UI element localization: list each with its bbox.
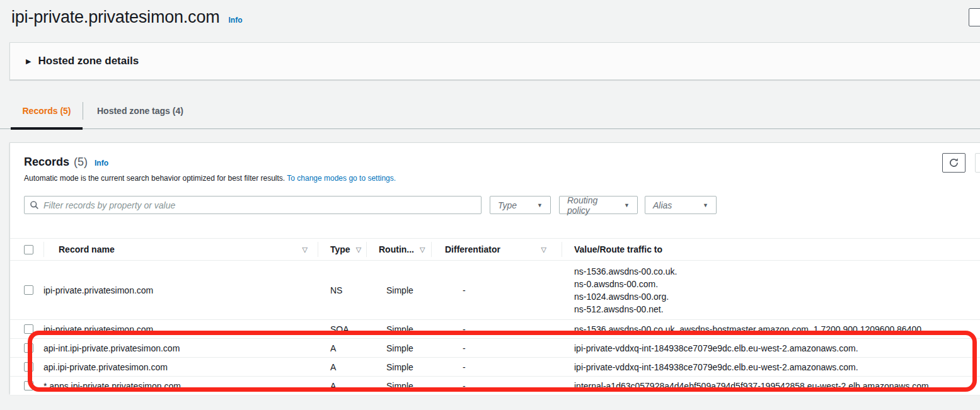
record-type-cell: A xyxy=(318,343,366,353)
filter-records-input[interactable] xyxy=(43,200,476,210)
record-routing-cell: Simple xyxy=(366,285,431,295)
record-differentiator-cell: - xyxy=(431,324,562,334)
filter-search-box xyxy=(24,196,481,214)
cutoff-secondary-button[interactable] xyxy=(975,153,980,173)
page-info-link[interactable]: Info xyxy=(229,16,243,25)
column-header-value: Value/Route traffic to xyxy=(562,239,980,260)
settings-link[interactable]: To change modes go to settings. xyxy=(287,174,396,183)
records-info-link[interactable]: Info xyxy=(95,159,108,168)
caret-down-icon: ▼ xyxy=(537,202,543,208)
record-routing-cell: Simple xyxy=(366,362,431,372)
record-value-line: ns-1536.awsdns-00.co.uk. awsdns-hostmast… xyxy=(574,323,980,336)
row-checkbox[interactable] xyxy=(24,381,33,390)
caret-down-icon: ▼ xyxy=(624,202,630,208)
search-icon xyxy=(30,200,39,210)
record-name-cell: ipi-private.privatesimon.com xyxy=(43,324,318,334)
tabs-bottom-rule xyxy=(0,128,980,129)
record-differentiator-cell: - xyxy=(431,343,562,353)
record-type-cell: SOA xyxy=(318,324,366,334)
column-label: Routin... xyxy=(379,244,414,254)
row-checkbox[interactable] xyxy=(24,285,33,295)
record-value-cell: ipi-private-vddxq-int-184938ce7079e9dc.e… xyxy=(562,339,980,357)
select-all-checkbox[interactable] xyxy=(24,245,33,254)
column-header-differentiator[interactable]: Differentiator ▽ xyxy=(431,239,562,260)
active-tab-underline xyxy=(11,127,83,130)
alias-filter-dropdown[interactable]: Alias ▼ xyxy=(645,196,717,214)
table-row: ipi-private.privatesimon.comNSSimple-ns-… xyxy=(10,261,980,320)
page-title: ipi-private.privatesimon.com xyxy=(11,8,220,27)
routing-policy-filter-dropdown[interactable]: Routing policy ▼ xyxy=(559,196,638,214)
tabs: Records (5) Hosted zone tags (4) xyxy=(11,101,197,121)
records-description-text: Automatic mode is the current search beh… xyxy=(24,174,285,183)
table-row: api.ipi-private.privatesimon.comASimple-… xyxy=(10,358,980,377)
column-label: Type xyxy=(330,244,350,254)
row-checkbox[interactable] xyxy=(24,343,33,353)
row-checkbox[interactable] xyxy=(24,324,33,334)
record-value-line: internal-a1d63c057928a4d4ebf509a794d5f93… xyxy=(574,380,980,392)
tab-hosted-zone-tags[interactable]: Hosted zone tags (4) xyxy=(83,106,197,116)
record-routing-cell: Simple xyxy=(366,324,431,334)
top-right-cutoff-button[interactable] xyxy=(969,8,980,26)
record-name-cell: *.apps.ipi-private.privatesimon.com xyxy=(43,381,318,391)
tab-records[interactable]: Records (5) xyxy=(11,106,83,116)
record-value-line: ns-1024.awsdns-00.org. xyxy=(574,290,980,303)
record-value-cell: ipi-private-vddxq-int-184938ce7079e9dc.e… xyxy=(562,358,980,376)
records-title: Records xyxy=(24,156,69,169)
record-value-cell: internal-a1d63c057928a4d4ebf509a794d5f93… xyxy=(562,377,980,395)
records-count: (5) xyxy=(74,156,88,169)
record-name-cell: api.ipi-private.privatesimon.com xyxy=(43,362,318,372)
caret-down-icon: ▼ xyxy=(703,202,708,208)
records-panel: Records (5) Info Automatic mode is the c… xyxy=(9,142,980,394)
row-checkbox-cell xyxy=(10,381,43,390)
alias-filter-label: Alias xyxy=(653,200,672,210)
tab-records-label: Records (5) xyxy=(22,106,71,116)
record-type-cell: A xyxy=(318,362,366,372)
page-header: ipi-private.privatesimon.com Info xyxy=(11,8,243,27)
record-type-cell: A xyxy=(318,381,366,391)
column-header-routing[interactable]: Routin... ▽ xyxy=(366,239,431,260)
column-header-record-name[interactable]: Record name ▽ xyxy=(43,239,318,260)
hosted-zone-details-expander[interactable]: ▶ Hosted zone details xyxy=(9,42,980,80)
record-name-cell: api-int.ipi-private.privatesimon.com xyxy=(43,343,318,353)
records-panel-header: Records (5) Info xyxy=(24,156,108,169)
column-label: Value/Route traffic to xyxy=(574,244,662,254)
record-value-cell: ns-1536.awsdns-00.co.uk. awsdns-hostmast… xyxy=(562,321,980,338)
tab-hosted-zone-tags-label: Hosted zone tags (4) xyxy=(97,106,183,116)
type-filter-dropdown[interactable]: Type ▼ xyxy=(490,196,551,214)
record-differentiator-cell: - xyxy=(431,362,562,372)
table-row: api-int.ipi-private.privatesimon.comASim… xyxy=(10,339,980,358)
record-value-line: ns-0.awsdns-00.com. xyxy=(574,278,980,290)
hosted-zone-details-label: Hosted zone details xyxy=(38,55,139,67)
sort-icon: ▽ xyxy=(541,246,546,254)
routing-policy-filter-label: Routing policy xyxy=(567,195,621,215)
column-label: Differentiator xyxy=(445,244,500,254)
refresh-icon xyxy=(948,157,959,168)
record-value-line: ns-1536.awsdns-00.co.uk. xyxy=(574,265,980,278)
select-all-cell xyxy=(10,239,43,260)
records-table: Record name ▽ Type ▽ Routin... ▽ Differe… xyxy=(10,238,980,396)
record-routing-cell: Simple xyxy=(366,381,431,391)
record-differentiator-cell: - xyxy=(431,285,562,295)
table-row: *.apps.ipi-private.privatesimon.comASimp… xyxy=(10,377,980,396)
record-differentiator-cell: - xyxy=(431,381,562,391)
record-value-line: ns-512.awsdns-00.net. xyxy=(574,303,980,316)
column-header-type[interactable]: Type ▽ xyxy=(318,239,366,260)
record-value-line: ipi-private-vddxq-int-184938ce7079e9dc.e… xyxy=(574,342,980,355)
row-checkbox[interactable] xyxy=(24,362,33,372)
column-label: Record name xyxy=(59,244,115,254)
sort-icon: ▽ xyxy=(420,246,425,254)
sort-icon: ▽ xyxy=(303,246,308,254)
row-checkbox-cell xyxy=(10,343,43,353)
table-row: ipi-private.privatesimon.comSOASimple-ns… xyxy=(10,320,980,339)
row-checkbox-cell xyxy=(10,285,43,295)
table-body: ipi-private.privatesimon.comNSSimple-ns-… xyxy=(10,261,980,396)
record-type-cell: NS xyxy=(318,285,366,295)
refresh-button[interactable] xyxy=(942,153,966,173)
record-routing-cell: Simple xyxy=(366,343,431,353)
type-filter-label: Type xyxy=(498,200,517,210)
sort-icon: ▽ xyxy=(356,246,361,254)
records-description: Automatic mode is the current search beh… xyxy=(24,174,396,183)
record-value-cell: ns-1536.awsdns-00.co.uk.ns-0.awsdns-00.c… xyxy=(562,263,980,318)
expand-triangle-icon: ▶ xyxy=(26,57,31,65)
row-checkbox-cell xyxy=(10,362,43,372)
